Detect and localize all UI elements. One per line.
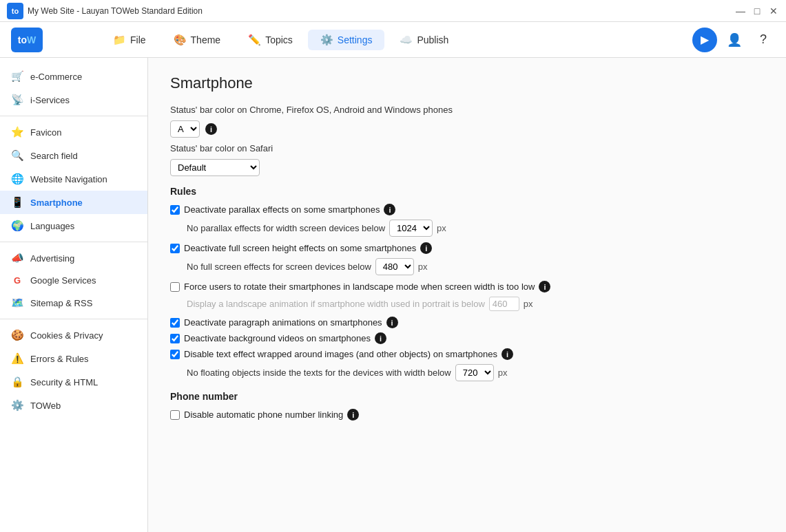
statusbar-safari-label: Status' bar color on Safari bbox=[170, 143, 764, 153]
languages-icon: 🌍 bbox=[11, 220, 23, 232]
sidebar-item-errorsrules[interactable]: ⚠️ Errors & Rules bbox=[0, 347, 147, 370]
sidebar-item-toweb[interactable]: ⚙️ TOWeb bbox=[0, 394, 147, 417]
nav-theme[interactable]: 🎨 Theme bbox=[161, 30, 234, 50]
sidebar-item-ecommerce[interactable]: 🛒 e-Commerce bbox=[0, 65, 147, 88]
nav-settings[interactable]: ⚙️ Settings bbox=[308, 30, 385, 50]
phone-heading: Phone number bbox=[170, 391, 764, 402]
rule-landscape-info-icon[interactable]: i bbox=[539, 281, 550, 292]
rule-autolink-info-icon[interactable]: i bbox=[347, 409, 359, 421]
sidebar-item-securityhtml[interactable]: 🔒 Security & HTML bbox=[0, 370, 147, 394]
nav-topics[interactable]: ✏️ Topics bbox=[236, 30, 305, 50]
sitemaprss-icon: 🗺️ bbox=[11, 297, 23, 309]
rule-landscape-sub: Display a landscape animation if smartph… bbox=[187, 297, 764, 311]
rule-parallax-sub-label: No parallax effects for width screen dev… bbox=[187, 223, 385, 233]
file-icon: 📁 bbox=[113, 34, 126, 46]
rule-fullscreen-label[interactable]: Deactivate full screen height effects on… bbox=[184, 243, 416, 253]
logo-box: toW bbox=[11, 28, 43, 52]
rule-texteffect-info-icon[interactable]: i bbox=[501, 348, 513, 360]
iservices-icon: 📡 bbox=[11, 94, 23, 106]
sidebar-item-cookiesprivacy[interactable]: 🍪 Cookies & Privacy bbox=[0, 323, 147, 347]
sidebar-label-securityhtml: Security & HTML bbox=[30, 377, 98, 387]
nav-publish[interactable]: ☁️ Publish bbox=[387, 30, 461, 50]
window-controls: ― □ ✕ bbox=[735, 6, 779, 17]
rule-texteffect-sub: No floating objects inside the texts for… bbox=[187, 364, 764, 381]
rule-landscape-unit: px bbox=[524, 299, 533, 309]
maximize-button[interactable]: □ bbox=[752, 6, 763, 17]
rule-autolink-row: Disable automatic phone number linking i bbox=[170, 409, 764, 421]
nav-publish-label: Publish bbox=[417, 34, 448, 45]
minimize-button[interactable]: ― bbox=[735, 6, 746, 17]
statusbar-chrome-info-icon[interactable]: i bbox=[205, 123, 217, 135]
toweb-icon: ⚙️ bbox=[11, 399, 23, 412]
rule-texteffect-checkbox[interactable] bbox=[170, 350, 180, 359]
app-logo: toW bbox=[11, 28, 43, 52]
rule-bgvideo-checkbox[interactable] bbox=[170, 334, 180, 343]
sidebar-label-searchfield: Search field bbox=[30, 151, 78, 161]
sidebar-label-advertising: Advertising bbox=[30, 253, 74, 264]
sidebar-item-searchfield[interactable]: 🔍 Search field bbox=[0, 144, 147, 167]
rule-fullscreen-sub: No full screen effects for screen device… bbox=[187, 258, 764, 275]
nav-right-controls: ▶ 👤 ? bbox=[692, 28, 775, 52]
phone-section: Phone number Disable automatic phone num… bbox=[170, 391, 764, 421]
rule-landscape-sub-label: Display a landscape animation if smartph… bbox=[187, 299, 485, 309]
rule-fullscreen-row: Deactivate full screen height effects on… bbox=[170, 242, 764, 254]
statusbar-safari-select[interactable]: Default Black White bbox=[170, 159, 260, 176]
rule-paragraph-row: Deactivate paragraph animations on smart… bbox=[170, 317, 764, 328]
statusbar-chrome-label: Status' bar color on Chrome, Firefox OS,… bbox=[170, 105, 764, 115]
account-button[interactable]: 👤 bbox=[723, 28, 746, 52]
rule-paragraph-label[interactable]: Deactivate paragraph animations on smart… bbox=[184, 317, 382, 328]
rule-landscape-checkbox[interactable] bbox=[170, 282, 180, 292]
errorsrules-icon: ⚠️ bbox=[11, 352, 23, 365]
sidebar-item-favicon[interactable]: ⭐ Favicon bbox=[0, 120, 147, 144]
rule-parallax-label[interactable]: Deactivate parallax effects on some smar… bbox=[184, 204, 380, 215]
rule-fullscreen-info-icon[interactable]: i bbox=[420, 242, 432, 254]
nav-file[interactable]: 📁 File bbox=[101, 30, 158, 50]
rule-bgvideo-label[interactable]: Deactivate background videos on smartpho… bbox=[184, 333, 371, 343]
sidebar-item-languages[interactable]: 🌍 Languages bbox=[0, 214, 147, 237]
rule-fullscreen-sub-label: No full screen effects for screen device… bbox=[187, 262, 371, 272]
rule-parallax-checkbox[interactable] bbox=[170, 205, 180, 215]
sidebar-divider-1 bbox=[0, 116, 147, 116]
sidebar-item-advertising[interactable]: 📣 Advertising bbox=[0, 246, 147, 270]
rule-paragraph-info-icon[interactable]: i bbox=[386, 317, 398, 328]
rule-landscape-sub-input[interactable] bbox=[489, 297, 519, 311]
nav-theme-label: Theme bbox=[191, 34, 221, 45]
searchfield-icon: 🔍 bbox=[11, 149, 23, 162]
statusbar-chrome-select[interactable]: A bbox=[170, 120, 200, 138]
sidebar-label-ecommerce: e-Commerce bbox=[30, 72, 82, 82]
topics-icon: ✏️ bbox=[248, 34, 261, 46]
rule-fullscreen-checkbox[interactable] bbox=[170, 244, 180, 253]
advertising-icon: 📣 bbox=[11, 252, 23, 264]
rule-autolink-checkbox[interactable] bbox=[170, 410, 180, 420]
rule-texteffect-label[interactable]: Disable text effect wrapped around image… bbox=[184, 349, 497, 359]
sidebar-item-sitemaprss[interactable]: 🗺️ Sitemap & RSS bbox=[0, 291, 147, 315]
sidebar-divider-3 bbox=[0, 319, 147, 319]
sidebar-item-iservices[interactable]: 📡 i-Services bbox=[0, 88, 147, 111]
sidebar-divider-2 bbox=[0, 242, 147, 242]
rule-landscape-label[interactable]: Force users to rotate their smartphones … bbox=[184, 281, 535, 292]
sidebar-item-googleservices[interactable]: G Google Services bbox=[0, 270, 147, 291]
rule-parallax-info-icon[interactable]: i bbox=[384, 204, 395, 215]
sidebar: 🛒 e-Commerce 📡 i-Services ⭐ Favicon 🔍 Se… bbox=[0, 58, 148, 532]
play-button[interactable]: ▶ bbox=[692, 28, 717, 52]
rules-heading: Rules bbox=[170, 186, 764, 197]
nav-file-label: File bbox=[130, 34, 146, 45]
sidebar-item-smartphone[interactable]: 📱 Smartphone bbox=[0, 191, 147, 214]
top-navigation: toW 📁 File 🎨 Theme ✏️ Topics ⚙️ Settings… bbox=[0, 22, 786, 58]
rule-parallax-sub-select[interactable]: 1024 768 640 480 bbox=[389, 220, 433, 237]
rule-autolink-label[interactable]: Disable automatic phone number linking bbox=[184, 409, 343, 420]
ecommerce-icon: 🛒 bbox=[11, 70, 23, 83]
sidebar-label-smartphone: Smartphone bbox=[30, 198, 83, 208]
statusbar-safari-row: Default Black White bbox=[170, 159, 764, 176]
rule-bgvideo-info-icon[interactable]: i bbox=[375, 332, 386, 344]
rule-paragraph-checkbox[interactable] bbox=[170, 318, 180, 328]
logo-text: toW bbox=[18, 34, 36, 45]
rule-texteffect-sub-select[interactable]: 720 640 480 bbox=[455, 364, 494, 381]
sidebar-item-websitenavigation[interactable]: 🌐 Website Navigation bbox=[0, 167, 147, 191]
sidebar-label-websitenavigation: Website Navigation bbox=[30, 174, 107, 184]
securityhtml-icon: 🔒 bbox=[11, 376, 23, 388]
close-button[interactable]: ✕ bbox=[768, 6, 779, 17]
statusbar-chrome-row: A i bbox=[170, 120, 764, 138]
rule-fullscreen-sub-select[interactable]: 480 360 320 bbox=[375, 258, 414, 275]
help-button[interactable]: ? bbox=[752, 28, 775, 52]
